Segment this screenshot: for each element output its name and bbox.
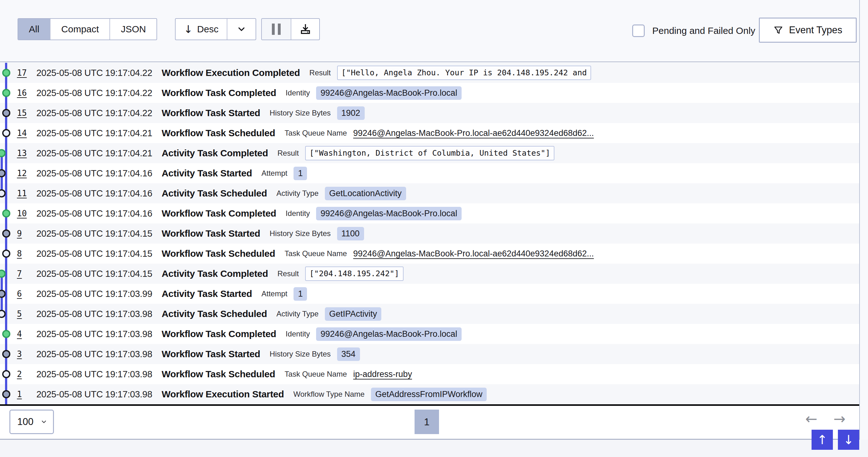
event-id-link[interactable]: 7 [17, 269, 27, 278]
event-attr-value: 99246@Angelas-MacBook-Pro.local [316, 327, 462, 341]
event-row[interactable]: 17 2025-05-08 UTC 19:17:04.22 Workflow E… [0, 63, 859, 83]
event-name: Workflow Task Completed [161, 88, 276, 98]
event-row[interactable]: 14 2025-05-08 UTC 19:17:04.21 Workflow T… [0, 123, 859, 143]
event-row[interactable]: 7 2025-05-08 UTC 19:17:04.15 Activity Ta… [0, 264, 859, 284]
event-attr-label: Identity [286, 88, 310, 97]
pause-button[interactable] [262, 19, 291, 39]
download-icon [300, 23, 311, 35]
event-timestamp: 2025-05-08 UTC 19:17:04.16 [36, 168, 152, 179]
event-attr-value[interactable]: 99246@Angelas-MacBook-Pro.local-ae62d440… [353, 249, 594, 259]
event-row[interactable]: 6 2025-05-08 UTC 19:17:03.99 Activity Ta… [0, 284, 859, 304]
event-id-link[interactable]: 13 [17, 148, 27, 158]
event-attribute: Result ["Washington, District of Columbi… [278, 146, 555, 161]
right-panel-border [859, 0, 860, 440]
sort-desc-button[interactable]: ↓ Desc [176, 19, 227, 39]
event-attribute: Attempt 1 [261, 167, 307, 180]
event-id-link[interactable]: 17 [17, 68, 27, 78]
event-attr-value: GetAddressFromIPWorkflow [371, 388, 487, 401]
event-attribute: Activity Type GetLocationActivity [276, 187, 406, 200]
event-attr-label: Result [278, 269, 299, 278]
pending-failed-label: Pending and Failed Only [652, 25, 755, 36]
event-timestamp: 2025-05-08 UTC 19:17:03.98 [36, 309, 152, 319]
filter-funnel-icon [773, 25, 783, 35]
event-timestamp: 2025-05-08 UTC 19:17:03.98 [36, 349, 152, 360]
event-row[interactable]: 11 2025-05-08 UTC 19:17:04.16 Activity T… [0, 183, 859, 203]
event-timestamp: 2025-05-08 UTC 19:17:03.98 [36, 369, 152, 379]
tab-compact[interactable]: Compact [50, 19, 110, 39]
event-row[interactable]: 5 2025-05-08 UTC 19:17:03.98 Activity Ta… [0, 304, 859, 324]
pending-failed-filter: Pending and Failed Only [632, 0, 755, 61]
sort-dropdown-button[interactable] [227, 19, 255, 39]
event-attr-value: ["Hello, Angela Zhou. Your IP is 204.148… [337, 66, 591, 80]
scroll-to-bottom-button[interactable]: ↓ [838, 430, 859, 450]
event-id-link[interactable]: 10 [17, 209, 27, 218]
event-attr-value: ["204.148.195.242"] [305, 266, 404, 281]
event-attr-value: 354 [337, 347, 360, 361]
event-row[interactable]: 4 2025-05-08 UTC 19:17:03.98 Workflow Ta… [0, 324, 859, 344]
workflow-history-page: { "toolbar": { "view_tabs": [ { "label":… [0, 0, 868, 457]
event-attribute: Workflow Type Name GetAddressFromIPWorkf… [293, 388, 487, 401]
event-types-label: Event Types [789, 25, 842, 36]
event-id-link[interactable]: 14 [17, 128, 27, 138]
page-size-select[interactable]: 100 [9, 409, 54, 434]
scroll-to-top-button[interactable]: ↑ [811, 430, 833, 450]
event-attr-label: Task Queue Name [285, 129, 347, 138]
event-id-link[interactable]: 15 [17, 108, 27, 118]
event-row[interactable]: 12 2025-05-08 UTC 19:17:04.16 Activity T… [0, 163, 859, 183]
event-row[interactable]: 8 2025-05-08 UTC 19:17:04.15 Workflow Ta… [0, 244, 859, 264]
event-id-link[interactable]: 11 [17, 189, 27, 198]
event-attr-label: History Size Bytes [270, 109, 331, 117]
event-timestamp: 2025-05-08 UTC 19:17:04.15 [36, 229, 152, 239]
event-id-link[interactable]: 2 [17, 369, 27, 379]
event-timestamp: 2025-05-08 UTC 19:17:03.98 [36, 329, 152, 339]
event-name: Activity Task Completed [161, 148, 268, 159]
page-size-value: 100 [17, 416, 34, 428]
bottom-strip [0, 440, 868, 457]
event-row[interactable]: 1 2025-05-08 UTC 19:17:03.98 Workflow Ex… [0, 384, 859, 404]
event-row[interactable]: 10 2025-05-08 UTC 19:17:04.16 Workflow T… [0, 203, 859, 224]
event-attr-label: Task Queue Name [285, 370, 347, 378]
event-attribute: Identity 99246@Angelas-MacBook-Pro.local [286, 207, 462, 220]
event-name: Workflow Task Started [161, 228, 260, 239]
event-id-link[interactable]: 16 [17, 88, 27, 97]
event-id-link[interactable]: 9 [17, 229, 27, 238]
event-attribute: Identity 99246@Angelas-MacBook-Pro.local [286, 327, 462, 341]
download-button[interactable] [291, 19, 319, 39]
history-toolbar: All Compact JSON ↓ Desc [0, 0, 859, 62]
event-id-link[interactable]: 1 [17, 390, 27, 399]
event-types-filter-button[interactable]: Event Types [759, 18, 857, 43]
tab-all[interactable]: All [18, 19, 50, 39]
view-mode-tabs: All Compact JSON [18, 18, 157, 40]
event-name: Workflow Task Started [161, 349, 260, 360]
pending-failed-checkbox[interactable] [632, 25, 645, 37]
event-attr-value: GetIPActivity [325, 307, 382, 321]
event-id-link[interactable]: 12 [17, 169, 27, 178]
event-row[interactable]: 15 2025-05-08 UTC 19:17:04.22 Workflow T… [0, 103, 859, 123]
event-name: Workflow Task Started [161, 108, 260, 118]
pagination-footer: 100 1 ← → [0, 406, 859, 439]
event-name: Workflow Task Completed [161, 329, 276, 339]
event-attr-value[interactable]: 99246@Angelas-MacBook-Pro.local-ae62d440… [353, 128, 594, 138]
event-row[interactable]: 13 2025-05-08 UTC 19:17:04.21 Activity T… [0, 143, 859, 163]
previous-page-arrow[interactable]: ← [805, 410, 817, 427]
event-id-link[interactable]: 5 [17, 309, 27, 319]
tab-json[interactable]: JSON [110, 19, 156, 39]
event-attr-value[interactable]: ip-address-ruby [353, 369, 412, 379]
sort-order-control: ↓ Desc [175, 18, 256, 40]
event-row[interactable]: 2 2025-05-08 UTC 19:17:03.98 Workflow Ta… [0, 364, 859, 384]
pause-icon [272, 24, 275, 35]
event-attr-value: 99246@Angelas-MacBook-Pro.local [316, 86, 462, 100]
event-timestamp: 2025-05-08 UTC 19:17:03.98 [36, 389, 152, 400]
event-id-link[interactable]: 8 [17, 249, 27, 258]
event-id-link[interactable]: 6 [17, 289, 27, 298]
event-name: Activity Task Scheduled [161, 309, 267, 319]
event-id-link[interactable]: 4 [17, 329, 27, 339]
event-id-link[interactable]: 3 [17, 349, 27, 359]
event-row[interactable]: 3 2025-05-08 UTC 19:17:03.98 Workflow Ta… [0, 344, 859, 364]
next-page-arrow[interactable]: → [834, 410, 846, 427]
event-attr-value: 1 [293, 167, 307, 180]
event-name: Workflow Execution Completed [161, 67, 300, 78]
event-row[interactable]: 16 2025-05-08 UTC 19:17:04.22 Workflow T… [0, 83, 859, 103]
current-page-button[interactable]: 1 [414, 409, 439, 434]
event-row[interactable]: 9 2025-05-08 UTC 19:17:04.15 Workflow Ta… [0, 224, 859, 244]
